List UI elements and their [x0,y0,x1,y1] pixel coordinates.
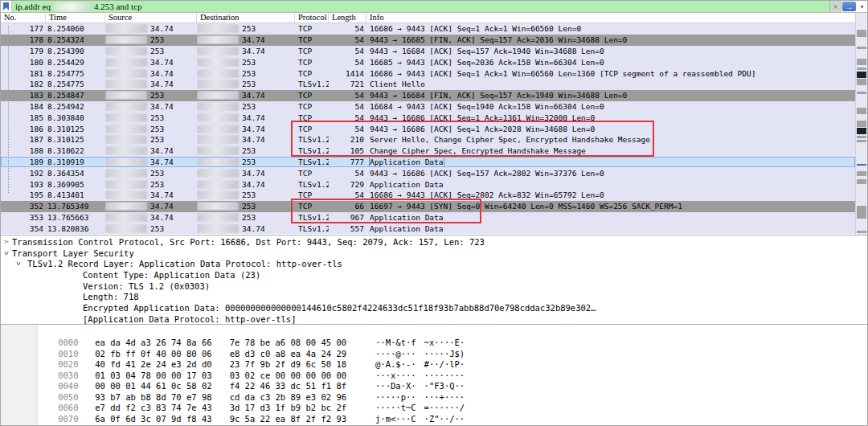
hex-row[interactable]: 001002 fb ff 0f 40 00 80 06e8 d3 c0 a8 e… [1,339,867,350]
destination-ip-suffix: 253 [242,69,256,78]
expander-icon[interactable]: > [4,238,9,244]
packet-row[interactable]: 179 8.254390 253 34.74 TCP 54 9443 → 166… [1,46,855,57]
source-ip-suffix: 34.74 [150,190,174,199]
packet-row[interactable]: 352 13.765349 34.74 253 TCP 66 16697 → 9… [1,201,855,212]
redacted-destination-ip [197,47,239,55]
packet-details-pane: > Transmission Control Protocol, Src Por… [1,235,867,324]
redacted-filter-text [55,2,90,11]
source-ip-suffix: 34.74 [150,24,174,33]
packet-row[interactable]: 181 8.254775 34.74 253 TCP 1414 16686 → … [1,68,855,79]
destination-ip-suffix: 253 [242,158,256,166]
source-ip-suffix: 253 [150,113,164,122]
hex-row[interactable]: 0060e7 dd f2 c3 83 74 7e 433d 17 d3 1f b… [1,393,867,404]
packet-row[interactable]: 187 8.310125 253 34.74 TLSv1.2 210 Serve… [1,134,855,145]
packet-length: 105 [329,146,366,155]
detail-tree-line[interactable]: [Application Data Protocol: http-over-tl… [1,314,867,324]
detail-tree-line[interactable]: v TLSv1.2 Record Layer: Application Data… [1,259,867,270]
detail-tree-line[interactable]: Encrypted Application Data: 000000000000… [1,303,867,314]
packet-row[interactable]: 182 8.254775 34.74 253 TLSv1.2 721 Clien… [1,79,855,90]
hex-bytes-left: 40 93 09 70 f4 ea 9a 82 [95,424,211,425]
destination-ip-suffix: 34.74 [242,35,265,44]
source-ip-suffix: 253 [150,91,164,100]
source-ip-suffix: 253 [150,180,164,189]
detail-tree-line[interactable]: > Transmission Control Protocol, Src Por… [1,237,867,248]
display-filter-input[interactable]: ip.addr eq 4.253 and tcp [12,1,830,12]
redacted-source-ip [105,213,147,222]
minimap-segment [857,179,866,184]
packet-row[interactable]: 186 8.310125 253 34.74 TCP 54 9443 → 166… [1,123,855,134]
packet-length: 66 [329,202,366,211]
packet-protocol: TCP [295,169,329,178]
column-header-info[interactable]: Info [366,13,867,23]
packet-row[interactable]: 195 8.413401 34.74 253 TCP 54 16686 → 94… [1,190,855,201]
packet-row[interactable]: 178 8.254324 253 34.74 TCP 54 9443 → 166… [1,35,855,46]
packet-time: 8.254324 [46,35,105,44]
packet-info: 16685 → 9443 [ACK] Seq=2036 Ack=158 Win=… [370,58,604,67]
packet-protocol: TLSv1.2 [295,80,329,88]
packet-protocol: TLSv1.2 [295,213,329,222]
packet-row[interactable]: 177 8.254060 34.74 253 TCP 54 16686 → 94… [1,23,855,35]
detail-text: TLSv1.2 Record Layer: Application Data P… [27,259,342,268]
expander-icon[interactable]: v [16,260,21,267]
packet-row[interactable]: 188 8.310622 34.74 253 TLSv1.2 105 Chang… [1,145,855,157]
detail-tree-line[interactable]: Content Type: Application Data (23) [1,270,867,281]
column-header-no[interactable]: No. [1,13,46,23]
minimap-segment [857,72,866,78]
minimap-segment [857,108,866,114]
redacted-destination-ip [197,158,239,166]
packet-protocol: TCP [295,58,329,67]
clear-filter-button[interactable]: × [830,1,841,12]
hex-row[interactable]: 003001 03 04 78 00 00 17 0303 02 ce 00 0… [1,361,867,372]
destination-ip-suffix: 253 [242,146,256,155]
redacted-source-ip [105,190,147,199]
packet-time: 13.820836 [46,224,105,233]
detail-text: Content Type: Application Data (23) [83,270,260,280]
packet-row[interactable]: 192 8.364354 253 34.74 TCP 54 9443 → 166… [1,167,855,178]
packet-info: Application Data [370,158,444,166]
packet-row[interactable]: 184 8.254942 34.74 253 TCP 54 16684 → 94… [1,101,855,113]
column-header-source[interactable]: Source [105,13,197,23]
packet-row[interactable]: 354 13.820836 253 34.74 TLSv1.2 557 Appl… [1,223,855,234]
packet-time: 8.413401 [46,190,105,199]
hex-bytes-right: 09 7f 51 99 47 c0 e5 8c [230,424,346,425]
hex-row[interactable]: 008040 93 09 70 f4 ea 9a 8209 7f 51 99 4… [1,415,867,425]
column-header-destination[interactable]: Destination [197,13,295,23]
packet-length: 54 [329,58,366,67]
packet-protocol: TCP [295,125,329,133]
filter-dropdown-button[interactable]: ▾ [857,1,867,12]
packet-length: 54 [329,190,366,199]
packet-row[interactable]: 193 8.369905 253 34.74 TLSv1.2 729 Appli… [1,178,855,190]
filter-bookmark-button[interactable] [1,1,12,12]
packet-length: 54 [329,125,366,133]
packet-row[interactable]: 185 8.303840 253 34.74 TCP 54 9443 → 166… [1,112,855,123]
detail-tree-line[interactable]: v Transport Layer Security [1,248,867,260]
detail-text: [Application Data Protocol: http-over-tl… [83,314,297,324]
expander-icon[interactable]: v [4,249,9,256]
packet-time: 8.254390 [46,47,105,55]
packet-row[interactable]: 183 8.254847 253 34.74 TCP 54 9443 → 166… [1,90,855,101]
redacted-source-ip [105,202,147,211]
packet-length: 54 [329,35,366,44]
detail-tree-line[interactable]: Version: TLS 1.2 (0x0303) [1,281,867,293]
hex-row[interactable]: 0000ea da 4d a3 26 74 8a 667e 78 be a6 0… [1,328,867,339]
redacted-destination-ip [197,58,239,67]
packet-row[interactable]: 353 13.765663 34.74 253 TLSv1.2 967 Appl… [1,212,855,223]
packet-time: 13.765663 [46,213,105,222]
detail-tree-line[interactable]: Length: 718 [1,292,867,303]
hex-row[interactable]: 00706a 0f 6d 3c 07 9d f8 439c 5a 22 ea 8… [1,404,867,416]
column-header-length[interactable]: Length [329,13,366,23]
hex-row[interactable]: 005093 b7 ab b8 8d 70 e7 98cd da c3 2b 8… [1,383,867,394]
packet-minimap-scrollbar[interactable] [855,13,867,235]
redacted-destination-ip [197,69,239,78]
column-header-time[interactable]: Time [46,13,105,23]
column-header-protocol[interactable]: Protocol [295,13,329,23]
packet-row[interactable]: 189 8.310919 34.74 253 TLSv1.2 777 Appli… [1,157,855,168]
apply-filter-button[interactable]: → [842,2,856,11]
detail-text: Length: 718 [83,292,139,301]
source-ip-suffix: 253 [150,224,164,233]
minimap-segment [857,171,866,176]
packet-row[interactable]: 180 8.254429 34.74 253 TCP 54 16685 → 94… [1,56,855,68]
hex-row[interactable]: 004000 00 01 44 61 0c 58 02f4 22 46 33 d… [1,371,867,383]
redacted-source-ip [105,224,147,233]
hex-row[interactable]: 002040 fd 41 2e 24 e3 2d d023 7f 9b 2f d… [1,350,867,361]
